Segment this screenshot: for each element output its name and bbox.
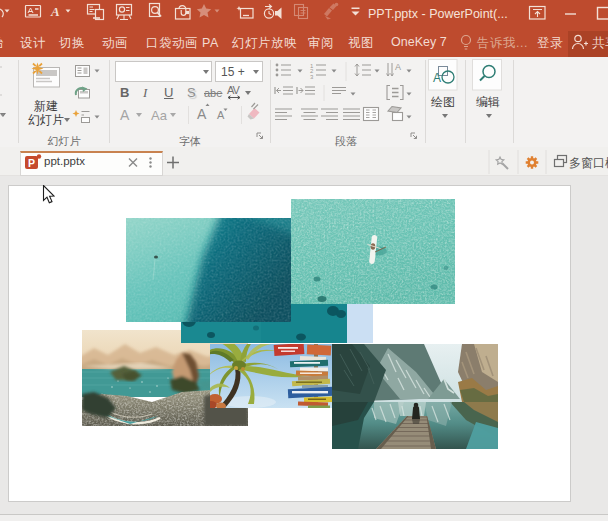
svg-text:A: A bbox=[395, 62, 401, 72]
svg-text:P: P bbox=[28, 157, 35, 169]
svg-text:3: 3 bbox=[310, 74, 314, 80]
svg-text:A: A bbox=[50, 4, 60, 19]
svg-text:A: A bbox=[433, 71, 441, 85]
